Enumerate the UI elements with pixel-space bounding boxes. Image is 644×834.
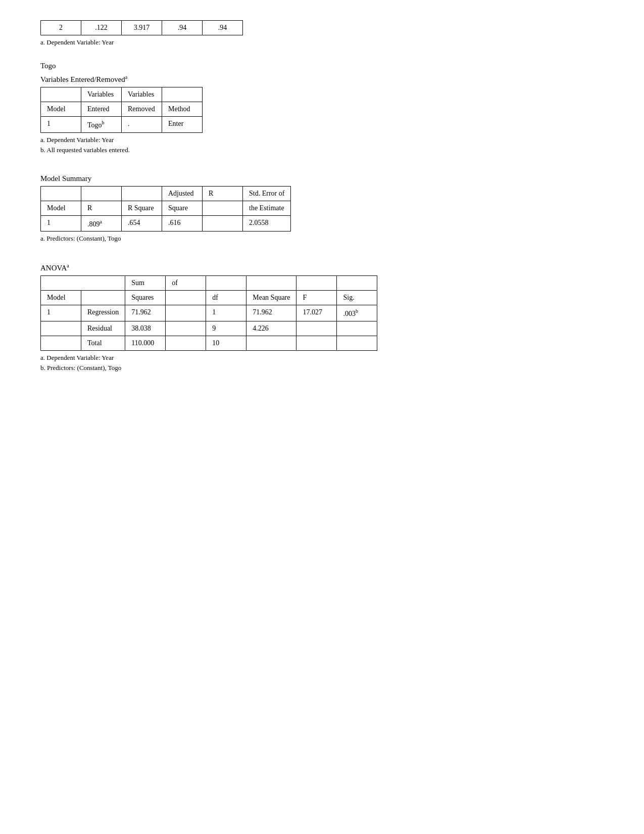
anova-residual-ss: 38.038 [125,321,166,336]
anova-header-1: Sum of [41,276,377,291]
anova-total-f [296,336,337,350]
cell-val2: 3.917 [122,21,162,35]
ms-h-model: Model [41,201,81,215]
ms-h-empty4 [203,201,243,215]
header-method: Method [162,102,203,117]
header-variables-removed-label: Variables [122,87,162,102]
variables-entered-table: Variables Variables Model Entered Remove… [40,87,203,133]
cell-model: 2 [41,21,81,35]
anova-h-empty4 [296,276,337,291]
variables-entered-section: Variables Entered/Removeda Variables Var… [40,74,604,154]
anova-total-ms [246,336,296,350]
anova-residual-label: Residual [81,321,125,336]
anova-total-empty [41,336,81,350]
header-model: Model [41,102,81,117]
top-table-footnote: a. Dependent Variable: Year [40,38,604,47]
table-row: 1 Togob . Enter [41,117,203,133]
anova-residual-ms: 4.226 [246,321,296,336]
anova-total-label: Total [81,336,125,350]
anova-empty2 [166,321,206,336]
anova-section: ANOVAa Sum of Model Squares d [40,263,604,372]
anova-regression-ms: 71.962 [246,305,296,321]
header-entered: Entered [81,102,122,117]
model-summary-header-1: Adjusted R Std. Error of [41,186,291,201]
var-footnote-a: a. Dependent Variable: Year [40,136,604,144]
table-row-total: Total 110.000 10 [41,336,377,350]
ms-h-rsquare: R Square [122,201,162,215]
anova-header-2: Model Squares df Mean Square F Sig. [41,291,377,305]
anova-total-sig [337,336,377,350]
anova-h-empty2 [206,276,246,291]
model-summary-table: Adjusted R Std. Error of Model R R Squar… [40,186,291,232]
cell-method: Enter [162,117,203,133]
r-superscript: a [100,219,102,224]
table-row-residual: Residual 38.038 9 4.226 [41,321,377,336]
anova-h-model: Model [41,291,81,305]
model-summary-section: Model Summary Adjusted R Std. Error of M… [40,174,604,243]
cell-val4: .94 [203,21,243,35]
header-empty2 [162,87,203,102]
anova-regression-df: 1 [206,305,246,321]
table-row-regression: 1 Regression 71.962 1 71.962 17.027 .003… [41,305,377,321]
cell-removed: . [122,117,162,133]
anova-empty [166,305,206,321]
togo-section: Togo Variables Entered/Removeda Variable… [40,62,604,372]
anova-title: ANOVAa [40,263,604,272]
ms-adj-rsquare-val: .616 [162,215,203,231]
model-summary-header-2: Model R R Square Square the Estimate [41,201,291,215]
anova-h-sig: Sig. [337,291,377,305]
anova-h-empty5 [337,276,377,291]
cell-togo: Togob [81,117,122,133]
anova-h-empty3 [246,276,296,291]
var-footnote-b: b. All requested variables entered. [40,146,604,154]
togo-superscript: b [102,120,105,125]
model-summary-title: Model Summary [40,174,604,183]
ms-h-empty2 [81,186,122,201]
anova-model-num: 1 [41,305,81,321]
ms-std-error-val: 2.0558 [243,215,291,231]
anova-h-mean-square: Mean Square [246,291,296,305]
table-row: 1 .809a .654 .616 2.0558 [41,215,291,231]
ms-h-adjusted: Adjusted [162,186,203,201]
table-row: 2 .122 3.917 .94 .94 [41,21,243,35]
anova-h-squares: Squares [125,291,166,305]
ms-h-empty3 [122,186,162,201]
anova-residual-f [296,321,337,336]
ms-h-empty [41,186,81,201]
anova-regression-ss: 71.962 [125,305,166,321]
cell-model-num: 1 [41,117,81,133]
anova-h-f: F [296,291,337,305]
ms-h-std-error-label: Std. Error of [243,186,291,201]
ms-rsquare-val: .654 [122,215,162,231]
anova-residual-sig [337,321,377,336]
anova-h-empty6 [81,291,125,305]
header-empty [41,87,81,102]
anova-regression-sig: .003b [337,305,377,321]
anova-regression-f: 17.027 [296,305,337,321]
header-removed: Removed [122,102,162,117]
table-header-row-2: Model Entered Removed Method [41,102,203,117]
anova-residual-empty [41,321,81,336]
top-table: 2 .122 3.917 .94 .94 [40,20,243,35]
ms-h-r2: R [81,201,122,215]
ms-empty [203,215,243,231]
variables-table-title: Variables Entered/Removeda [40,74,604,84]
cell-val1: .122 [81,21,122,35]
ms-h-estimate: the Estimate [243,201,291,215]
anova-total-ss: 110.000 [125,336,166,350]
anova-residual-df: 9 [206,321,246,336]
anova-regression-label: Regression [81,305,125,321]
anova-footnote-a: a. Dependent Variable: Year [40,354,604,362]
anova-empty3 [166,336,206,350]
sig-superscript: b [356,308,358,314]
anova-table: Sum of Model Squares df Mean Square F Si… [40,275,377,351]
anova-h-of: of [166,276,206,291]
anova-h-empty7 [166,291,206,305]
ms-r-val: .809a [81,215,122,231]
table-header-row-1: Variables Variables [41,87,203,102]
ms-h-r: R [203,186,243,201]
cell-val3: .94 [162,21,203,35]
anova-h-empty [41,276,125,291]
header-variables-entered-label: Variables [81,87,122,102]
anova-title-superscript: a [67,263,69,268]
